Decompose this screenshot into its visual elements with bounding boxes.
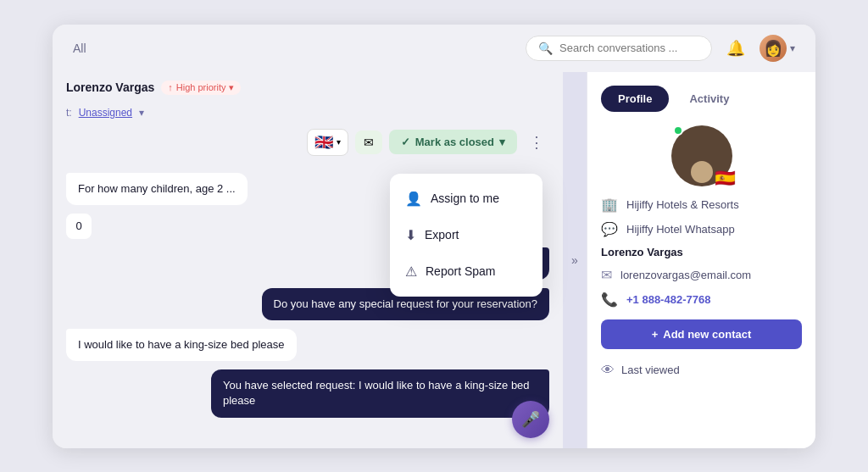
profile-email: lorenzovargas@email.com (620, 269, 751, 281)
contact-name: Lorenzo Vargas (66, 81, 154, 94)
online-status-dot (673, 125, 683, 136)
assign-to-me-label: Assign to me (431, 192, 499, 205)
message-bubble: I would like to have a king-size bed ple… (66, 329, 297, 361)
all-label: All (73, 42, 86, 55)
language-selector[interactable]: 🇬🇧 ▾ (307, 129, 348, 156)
envelope-icon: ✉ (601, 267, 612, 283)
chat-subheader: t: Unassigned ▾ (53, 103, 563, 122)
profile-avatar-wrapper: 🇪🇸 (671, 125, 732, 186)
user-avatar-container[interactable]: 👩 ▾ (760, 35, 795, 62)
download-icon: ⬇ (405, 227, 416, 243)
profile-tabs: Profile Activity (587, 72, 815, 112)
flag-chevron-icon: ▾ (337, 137, 341, 147)
app-container: All 🔍 🔔 👩 ▾ Lorenzo Vargas (53, 25, 815, 448)
company-name: Hijiffy Hotels & Resorts (626, 198, 739, 211)
person-icon: 👤 (405, 191, 422, 207)
user-avatar: 👩 (760, 35, 787, 62)
eye-icon: 👁 (601, 363, 615, 378)
more-options-button[interactable]: ⋮ (524, 130, 549, 155)
chat-panel: Lorenzo Vargas ↑ High priority ▾ t: Unas… (53, 72, 563, 448)
export-label: Export (425, 228, 459, 242)
last-viewed-label: Last viewed (621, 364, 680, 376)
collapse-panel-button[interactable]: » (563, 72, 587, 448)
record-button[interactable]: 🎤 (512, 401, 549, 438)
chat-header: Lorenzo Vargas ↑ High priority ▾ (53, 72, 563, 103)
profile-name: Lorenzo Vargas (601, 246, 683, 258)
dropdown-menu: 👤 Assign to me ⬇ Export ⚠ Report Spam (390, 174, 542, 297)
search-bar[interactable]: 🔍 (526, 36, 712, 61)
checkmark-icon: ✓ (401, 136, 410, 148)
chat-toolbar: 🇬🇧 ▾ ✉ ✓ Mark as closed ▾ ⋮ (53, 122, 563, 163)
last-viewed-section: 👁 Last viewed (587, 363, 815, 391)
double-chevron-icon: » (571, 253, 578, 267)
message-bubble: For how many children, age 2 ... (66, 173, 248, 205)
profile-content: 🇪🇸 🏢 Hijiffy Hotels & Resorts 💬 Hijiffy … (587, 112, 815, 363)
profile-info: 🏢 Hijiffy Hotels & Resorts 💬 Hijiffy Hot… (601, 197, 802, 349)
name-row: Lorenzo Vargas (601, 246, 802, 258)
search-icon: 🔍 (538, 42, 553, 55)
assign-prefix-label: t: (66, 107, 72, 119)
phone-row: 📞 +1 888-482-7768 (601, 292, 802, 308)
tab-activity[interactable]: Activity (672, 86, 746, 112)
dropdown-report-spam[interactable]: ⚠ Report Spam (390, 253, 542, 290)
avatar-head (691, 161, 713, 183)
mark-closed-chevron-icon: ▾ (499, 136, 505, 148)
mark-closed-button[interactable]: ✓ Mark as closed ▾ (389, 130, 517, 154)
priority-chevron-icon: ▾ (229, 82, 234, 93)
mic-icon: 🎤 (521, 410, 540, 429)
flag-icon: 🇬🇧 (314, 133, 333, 152)
message-bubble: You have selected request: I would like … (211, 369, 549, 417)
email-row: ✉ lorenzovargas@email.com (601, 267, 802, 283)
search-input[interactable] (559, 42, 699, 54)
profile-phone[interactable]: +1 888-482-7768 (626, 293, 710, 306)
add-contact-label: Add new contact (663, 328, 751, 341)
bell-icon[interactable]: 🔔 (722, 35, 749, 62)
report-spam-label: Report Spam (426, 264, 495, 278)
dropdown-assign-to-me[interactable]: 👤 Assign to me (390, 180, 542, 217)
header: All 🔍 🔔 👩 ▾ (53, 25, 815, 72)
email-icon[interactable]: ✉ (355, 130, 382, 154)
plus-icon: + (652, 328, 659, 341)
channel-name: Hijiffy Hotel Whatsapp (626, 223, 735, 236)
add-new-contact-button[interactable]: + Add new contact (601, 319, 802, 349)
chevron-down-icon: ▾ (790, 42, 795, 54)
mark-closed-label: Mark as closed (415, 136, 494, 148)
country-flag-icon: 🇪🇸 (715, 168, 736, 188)
chat-header-left: Lorenzo Vargas ↑ High priority ▾ (66, 81, 241, 95)
assign-value[interactable]: Unassigned (79, 107, 132, 119)
building-icon: 🏢 (601, 197, 618, 213)
warning-icon: ⚠ (405, 264, 417, 280)
last-viewed-row: 👁 Last viewed (601, 363, 802, 378)
main-content: Lorenzo Vargas ↑ High priority ▾ t: Unas… (53, 72, 815, 448)
phone-icon: 📞 (601, 292, 618, 308)
header-right: 🔍 🔔 👩 ▾ (526, 35, 795, 62)
dropdown-export[interactable]: ⬇ Export (390, 217, 542, 253)
channel-row: 💬 Hijiffy Hotel Whatsapp (601, 221, 802, 237)
priority-arrow-icon: ↑ (168, 82, 173, 92)
company-row: 🏢 Hijiffy Hotels & Resorts (601, 197, 802, 213)
whatsapp-icon: 💬 (601, 221, 618, 237)
priority-badge: ↑ High priority ▾ (161, 81, 241, 95)
right-panel: Profile Activity 🇪🇸 🏢 Hijiffy Hotels (587, 72, 815, 448)
tab-profile[interactable]: Profile (601, 86, 669, 112)
assign-chevron-icon[interactable]: ▾ (139, 107, 144, 119)
message-counter: 0 (66, 214, 92, 239)
priority-label: High priority (176, 82, 226, 92)
